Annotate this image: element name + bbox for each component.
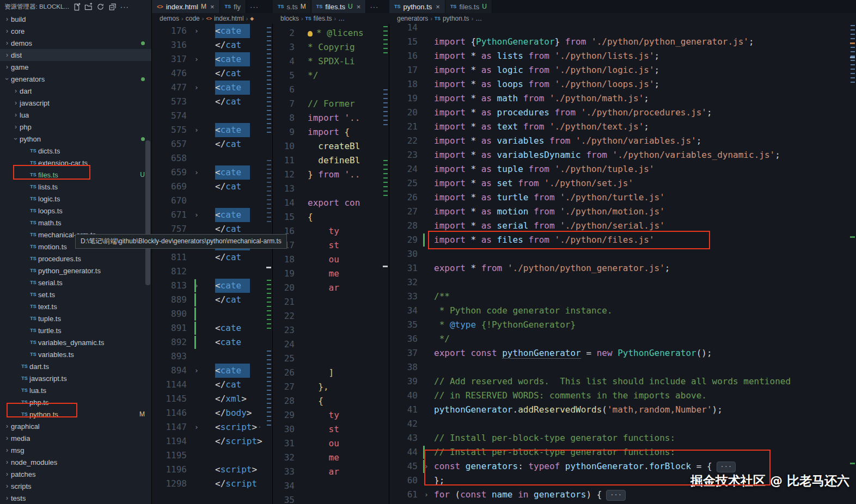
fold-chevron-icon[interactable]: › — [192, 165, 201, 180]
sidebar-scrollbar[interactable] — [145, 140, 150, 285]
code-line-1146[interactable]: 1146</body> — [152, 406, 265, 420]
tree-item-node_modules[interactable]: ›node_modules — [0, 456, 151, 468]
code-line-670[interactable]: 670 — [152, 194, 265, 208]
new-file-icon[interactable] — [72, 3, 81, 11]
tree-item-javascript[interactable]: ›javascript — [0, 97, 151, 109]
code-line-31[interactable]: 31export * from './python/python_generat… — [389, 261, 849, 275]
code-line-18[interactable]: 18 ou — [273, 253, 382, 267]
tree-item-math.ts[interactable]: TSmath.ts — [0, 217, 151, 229]
code-editor-index-html[interactable]: 176›<cate316</cat317›<cate476</cat477›<c… — [152, 24, 265, 504]
folded-code-indicator[interactable]: ··· — [717, 462, 736, 472]
code-line-5[interactable]: 5*/ — [273, 69, 382, 83]
tree-item-dicts.ts[interactable]: TSdicts.ts — [0, 145, 151, 157]
code-editor-python-ts[interactable]: 1415import {PythonGenerator} from './pyt… — [389, 21, 849, 504]
tab-overflow-icon[interactable]: ··· — [246, 0, 262, 13]
breadcrumb-item-blocks[interactable]: blocks — [280, 15, 299, 22]
minimap[interactable] — [849, 24, 856, 504]
fold-chevron-icon[interactable]: › — [192, 52, 201, 66]
code-line-26[interactable]: 26 ] — [273, 366, 382, 380]
tab-index.html[interactable]: <>index.htmlM× — [152, 0, 220, 13]
code-line-61[interactable]: 61›for (const name in generators) {··· — [389, 488, 849, 502]
code-line-575[interactable]: 575›<cate — [152, 123, 265, 137]
code-line-15[interactable]: 15{ — [273, 210, 382, 224]
tab-files.ts[interactable]: TSfiles.tsU — [445, 0, 492, 13]
code-line-316[interactable]: 316</cat — [152, 38, 265, 52]
code-line-34[interactable]: 34 * Python code generator instance. — [389, 304, 849, 318]
code-line-1298[interactable]: 1298</script — [152, 477, 265, 491]
code-line-477[interactable]: 477›<cate — [152, 81, 265, 95]
code-line-24[interactable]: 24import * as tuple from './python/tuple… — [389, 162, 849, 176]
tab-python.ts[interactable]: TSpython.ts× — [389, 0, 445, 13]
tree-item-demos[interactable]: ›demos — [0, 37, 151, 49]
code-line-25[interactable]: 25import * as set from './python/set.js' — [389, 176, 849, 190]
code-line-29[interactable]: 29import * as files from './python/files… — [389, 233, 849, 247]
tree-item-javascript.ts[interactable]: TSjavascript.ts — [0, 372, 151, 384]
code-editor-files-ts[interactable]: 2* @licens3* Copyrig4* SPDX-Li5*/67// Fo… — [273, 26, 382, 504]
code-line-6[interactable]: 6 — [273, 83, 382, 97]
breadcrumb-item-index.html[interactable]: <>index.html — [206, 15, 243, 22]
tab-files.ts[interactable]: TSfiles.tsU× — [311, 0, 366, 13]
fold-chevron-icon[interactable]: › — [192, 123, 201, 137]
code-line-35[interactable]: 35 — [273, 493, 382, 504]
code-line-476[interactable]: 476</cat — [152, 66, 265, 81]
tree-item-build[interactable]: ›build — [0, 13, 151, 25]
code-line-32[interactable]: 32 — [389, 275, 849, 290]
code-line-39[interactable]: 39// Add reserved words. This list shoul… — [389, 374, 849, 389]
code-line-2[interactable]: 2* @licens — [273, 26, 382, 40]
code-line-10[interactable]: 10 createBl — [273, 139, 382, 153]
code-line-25[interactable]: 25 — [273, 352, 382, 366]
code-line-16[interactable]: 16 ty — [273, 224, 382, 238]
more-actions-icon[interactable]: ··· — [120, 3, 129, 11]
code-line-30[interactable]: 30 st — [273, 422, 382, 437]
tree-item-text.ts[interactable]: TStext.ts — [0, 300, 151, 312]
code-line-40[interactable]: 40// in RESERVED WORDS: comments in the … — [389, 389, 849, 403]
code-line-1144[interactable]: 1144</cat — [152, 378, 265, 392]
close-icon[interactable]: × — [436, 3, 440, 11]
tree-item-turtle.ts[interactable]: TSturtle.ts — [0, 324, 151, 336]
code-line-31[interactable]: 31 ou — [273, 437, 382, 451]
code-line-16[interactable]: 16import * as lists from './python/lists… — [389, 49, 849, 63]
code-line-27[interactable]: 27 }, — [273, 380, 382, 394]
breadcrumb-item-python.ts[interactable]: TSpython.ts — [435, 15, 469, 22]
code-line-669[interactable]: 669</cat — [152, 180, 265, 194]
tree-item-generators[interactable]: ›generators — [0, 73, 151, 85]
code-line-1147[interactable]: 1147›<script>· — [152, 420, 265, 434]
code-line-22[interactable]: 22import * as variables from './python/v… — [389, 134, 849, 148]
code-line-11[interactable]: 11 defineBl — [273, 153, 382, 168]
code-line-14[interactable]: 14export con — [273, 196, 382, 210]
tree-item-dart[interactable]: ›dart — [0, 85, 151, 97]
tree-item-patches[interactable]: ›patches — [0, 468, 151, 480]
code-line-28[interactable]: 28import * as serial from './python/seri… — [389, 219, 849, 233]
code-line-7[interactable]: 7// Former — [273, 97, 382, 111]
code-line-33[interactable]: 33 ar — [273, 465, 382, 479]
tree-item-files.ts[interactable]: TSfiles.tsU — [0, 169, 151, 181]
tab-overflow-icon[interactable]: ··· — [366, 0, 382, 13]
breadcrumb-item-sym[interactable]: ◆ — [250, 16, 254, 21]
code-line-658[interactable]: 658 — [152, 151, 265, 165]
code-line-43[interactable]: 43// Install per-block-type generator fu… — [389, 431, 849, 445]
tree-item-python_generator.ts[interactable]: TSpython_generator.ts — [0, 265, 151, 276]
code-line-21[interactable]: 21import * as text from './python/text.j… — [389, 120, 849, 134]
tree-item-python[interactable]: ›python — [0, 133, 151, 145]
tree-item-variables_dynamic.ts[interactable]: TSvariables_dynamic.ts — [0, 336, 151, 348]
tree-item-logic.ts[interactable]: TSlogic.ts — [0, 193, 151, 205]
fold-chevron-icon[interactable]: › — [192, 420, 201, 434]
code-line-812[interactable]: 812 — [152, 265, 265, 279]
code-line-34[interactable]: 34 — [273, 479, 382, 493]
code-line-30[interactable]: 30 — [389, 247, 849, 261]
minimap[interactable] — [382, 24, 389, 504]
code-line-23[interactable]: 23 — [273, 323, 382, 337]
code-line-42[interactable]: 42 — [389, 417, 849, 431]
fold-chevron-icon[interactable]: › — [192, 364, 201, 378]
tree-item-loops.ts[interactable]: TSloops.ts — [0, 205, 151, 217]
code-line-892[interactable]: 892<cate — [152, 335, 265, 349]
tree-item-serial.ts[interactable]: TSserial.ts — [0, 276, 151, 288]
tree-item-dist[interactable]: ›dist — [0, 49, 151, 61]
code-line-1195[interactable]: 1195 — [152, 448, 265, 463]
new-folder-icon[interactable] — [84, 3, 93, 11]
code-line-36[interactable]: 36 */ — [389, 332, 849, 346]
code-line-41[interactable]: 41pythonGenerator.addReservedWords('math… — [389, 403, 849, 417]
code-line-28[interactable]: 28 { — [273, 394, 382, 408]
fold-chevron-icon[interactable]: › — [192, 279, 201, 293]
folded-code-indicator[interactable]: ··· — [606, 490, 626, 501]
